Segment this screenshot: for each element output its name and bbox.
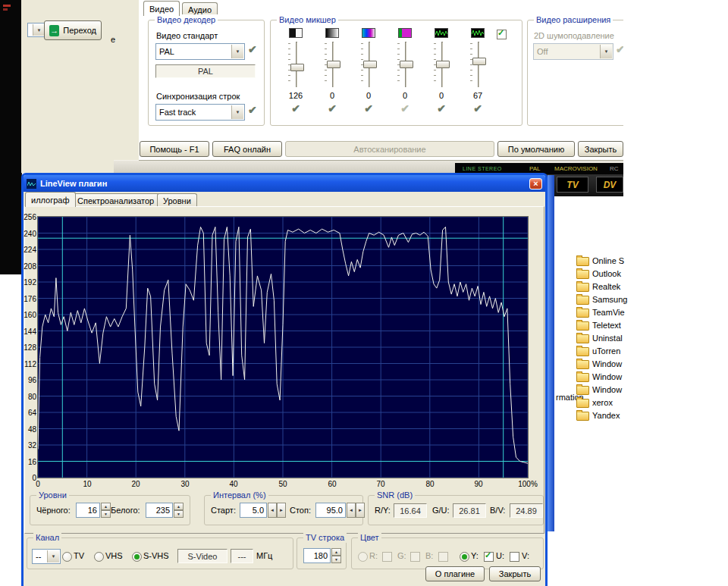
x-tick-label: 60 <box>322 480 343 488</box>
bv-value-box: 24.89 <box>510 503 543 518</box>
close-icon[interactable]: × <box>529 178 542 190</box>
chevron-down-icon[interactable]: ▼ <box>231 105 243 119</box>
slider-value: 0 <box>439 91 444 100</box>
go-button[interactable]: → Переход <box>44 20 102 40</box>
ry-value-box: 16.64 <box>394 503 427 518</box>
folder-item[interactable]: Window <box>576 383 728 396</box>
radio-tv[interactable] <box>62 552 72 562</box>
folder-item[interactable]: Samsung <box>576 293 728 306</box>
sharpness-icon <box>435 28 448 38</box>
mixer-channel-sharpness: 0 ✔ <box>425 28 457 114</box>
x-tick-label: 0 <box>27 480 49 488</box>
dvd-mode-button[interactable]: DV <box>596 177 623 193</box>
spin-up-icon[interactable]: ▲ <box>101 503 111 510</box>
tab-spectrum-analyzer[interactable]: Спектроанализатор <box>71 193 160 207</box>
close-window-button[interactable]: Закрыть <box>489 566 541 581</box>
left-black-panel <box>0 0 22 274</box>
tv-mode-button[interactable]: TV <box>557 177 588 193</box>
folder-item[interactable]: Teletext <box>576 318 728 331</box>
white-level-spinner[interactable]: 235 ▲▼ <box>146 503 184 518</box>
contrast-icon <box>325 28 339 38</box>
folder-item[interactable]: Online S <box>576 254 728 267</box>
x-tick-label: 90 <box>468 480 489 488</box>
saturation-slider[interactable] <box>359 41 378 88</box>
folder-icon <box>576 399 589 408</box>
spin-down-icon[interactable]: ▼ <box>101 510 111 518</box>
tab-video[interactable]: Видео <box>143 1 180 16</box>
slider-thumb[interactable] <box>436 61 450 68</box>
mixer-channel-hue: 0 ✔ <box>389 28 421 114</box>
slider-value: 0 <box>403 91 407 100</box>
spin-right-icon[interactable]: ► <box>277 503 286 518</box>
y-tick-label: 208 <box>24 263 36 271</box>
desktop: { "left_panel": { "go_button": "Переход"… <box>0 0 728 586</box>
sharpness-slider[interactable] <box>432 41 450 88</box>
check-icon: ✔ <box>328 103 337 114</box>
stop-spinner[interactable]: 95.0 ◄► <box>315 503 365 518</box>
x-tick-label: 80 <box>419 480 441 488</box>
checkbox-r <box>382 552 392 562</box>
spin-left-icon[interactable]: ◄ <box>347 503 356 518</box>
spin-right-icon[interactable]: ► <box>356 503 365 518</box>
folder-item[interactable]: Uninstal <box>576 331 728 344</box>
start-spinner[interactable]: 5.0 ◄► <box>240 503 286 518</box>
folder-item[interactable]: Window <box>576 357 728 370</box>
channel-combobox[interactable]: -- ▼ <box>32 549 61 564</box>
black-level-spinner[interactable]: 16 ▲▼ <box>76 503 111 518</box>
slider-thumb[interactable] <box>327 61 340 68</box>
folder-item[interactable]: uTorren <box>576 344 728 357</box>
close-panel-button[interactable]: Закрыть <box>578 141 623 157</box>
line-sync-combobox[interactable]: Fast track ▼ <box>155 104 245 121</box>
chevron-down-icon[interactable]: ▼ <box>47 550 59 562</box>
help-button[interactable]: Помощь - F1 <box>140 141 209 157</box>
group-caption: TV строка <box>303 532 347 543</box>
gain-slider[interactable] <box>469 41 487 88</box>
spin-up-icon[interactable]: ▲ <box>331 548 341 556</box>
radio-vhs[interactable] <box>94 552 104 562</box>
chevron-down-icon: ▼ <box>600 45 612 58</box>
u-label: U: <box>496 551 504 560</box>
hue-slider[interactable] <box>396 41 414 88</box>
spin-up-icon[interactable]: ▲ <box>174 503 184 510</box>
y-tick-label: 224 <box>24 246 36 254</box>
slider-thumb[interactable] <box>472 58 486 65</box>
radio-svhs-label: S-VHS <box>143 551 169 560</box>
tv-line-spinner[interactable]: 180 ▲▼ <box>303 548 341 563</box>
folder-item[interactable]: Realtek <box>576 280 728 293</box>
faq-button[interactable]: FAQ онлайн <box>212 141 282 157</box>
spin-down-icon[interactable]: ▼ <box>174 510 184 518</box>
folder-icon <box>576 360 589 369</box>
tab-oscillograph[interactable]: иллограф <box>25 192 76 207</box>
radio-yuv-mode[interactable] <box>460 552 469 562</box>
spin-left-icon[interactable]: ◄ <box>268 503 277 518</box>
folder-label: Window <box>592 359 622 368</box>
contrast-slider[interactable] <box>323 41 341 88</box>
chevron-down-icon[interactable]: ▼ <box>231 45 243 58</box>
slider-thumb[interactable] <box>290 64 304 71</box>
check-icon: ✔ <box>473 103 482 114</box>
radio-svhs[interactable] <box>132 552 142 562</box>
checkbox-v[interactable] <box>510 552 519 562</box>
noise-reduction-combobox[interactable]: Off ▼ <box>533 43 613 60</box>
mixer-enable-checkbox[interactable] <box>497 30 507 39</box>
video-standard-combobox[interactable]: PAL ▼ <box>155 43 245 60</box>
autoscan-button: Автосканирование <box>285 141 494 157</box>
defaults-button[interactable]: По умолчанию <box>497 141 575 157</box>
slider-thumb[interactable] <box>400 61 413 68</box>
folder-item[interactable]: Yandex <box>576 409 728 421</box>
color-group: Цвет R: G: B: Y: U: V: <box>351 537 544 569</box>
folder-item[interactable]: Outlook <box>576 267 728 280</box>
folder-item[interactable]: xerox <box>576 396 728 409</box>
chevron-down-icon[interactable]: ▼ <box>33 24 45 36</box>
folder-item[interactable]: Window <box>576 370 728 383</box>
about-plugin-button[interactable]: О плагине <box>425 566 485 581</box>
slider-thumb[interactable] <box>363 61 377 68</box>
folder-item[interactable]: TeamVie <box>576 306 728 318</box>
checkbox-u[interactable] <box>484 552 494 562</box>
folder-label: Realtek <box>592 282 620 291</box>
title-bar[interactable]: LineView плагин × <box>24 175 545 192</box>
brightness-slider[interactable] <box>287 41 305 88</box>
x-tick-label: 70 <box>370 480 391 488</box>
spin-down-icon[interactable]: ▼ <box>331 556 341 563</box>
tab-levels[interactable]: Уровни <box>157 193 197 207</box>
